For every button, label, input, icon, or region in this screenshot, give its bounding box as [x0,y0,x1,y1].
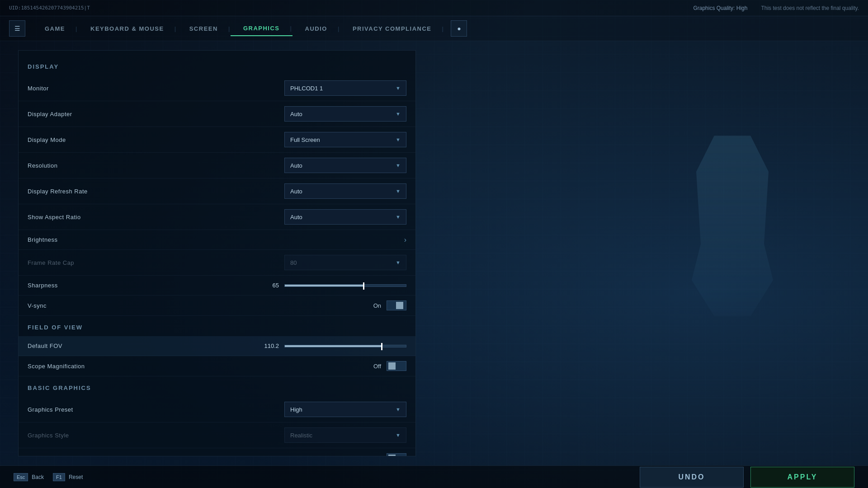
scope-magnification-toggle-knob [388,362,396,370]
refresh-rate-value: Auto ▼ [284,183,406,199]
vsync-label: V-sync [28,302,373,309]
refresh-rate-dropdown[interactable]: Auto ▼ [284,183,406,199]
resolution-value: Auto ▼ [284,158,406,173]
display-adapter-value: Auto ▼ [284,106,406,122]
back-button[interactable]: Esc Back [14,473,44,481]
aspect-ratio-dropdown-value: Auto [290,214,302,221]
tab-game[interactable]: GAME [32,22,78,36]
sharpness-fill [285,285,363,286]
default-fov-slider[interactable] [284,345,406,347]
setting-row-brightness[interactable]: Brightness › [19,230,415,250]
quality-notice: This test does not reflect the final qua… [761,5,859,11]
sharpness-slider[interactable] [284,284,406,287]
sharpness-value: 65 [261,282,279,289]
graphics-preset-label: Graphics Preset [28,406,284,413]
resolution-dropdown-arrow: ▼ [396,163,401,168]
settings-panel: DISPLAY Monitor PHLCOD1 1 ▼ Display Adap… [18,50,416,456]
back-button-label: Back [32,474,44,480]
sharpness-control: 65 [261,282,406,289]
brightness-label: Brightness [28,236,404,243]
section-display-header: DISPLAY [19,60,415,75]
resolution-dropdown[interactable]: Auto ▼ [284,158,406,173]
display-mode-label: Display Mode [28,136,284,143]
frame-rate-cap-label: Frame Rate Cap [28,259,284,266]
tab-privacy[interactable]: PRIVACY COMPLIANCE [340,22,444,36]
default-fov-label: Default FOV [28,343,256,349]
monitor-dropdown-value: PHLCOD1 1 [290,85,323,92]
scope-magnification-state-label: Off [373,363,381,370]
graphics-preset-dropdown[interactable]: High ▼ [284,402,406,417]
top-bar: UID:185145426207743904215|T Graphics Qua… [0,0,868,16]
setting-row-aspect-ratio: Show Aspect Ratio Auto ▼ [19,204,415,230]
scope-magnification-label: Scope Magnification [28,363,373,370]
setting-row-monitor: Monitor PHLCOD1 1 ▼ [19,75,415,101]
back-key-icon: Esc [14,473,28,481]
graphics-style-value: Realistic ▼ [284,427,406,443]
reset-key-icon: F1 [53,473,65,481]
setting-row-scope-magnification: Scope Magnification Off [19,356,415,376]
quality-label: Graphics Quality: High [693,5,747,11]
tab-graphics[interactable]: GRAPHICS [231,21,292,36]
aspect-ratio-value: Auto ▼ [284,209,406,225]
section-basic-graphics-header: BASIC GRAPHICS [19,381,415,397]
graphics-style-label: Graphics Style [28,432,284,439]
vsync-toggle-knob [396,302,403,309]
tab-audio[interactable]: AUDIO [292,22,340,36]
vsync-state-label: On [373,302,381,309]
weapon-motion-blur-toggle[interactable] [387,453,406,456]
graphics-style-dropdown-arrow: ▼ [396,432,401,438]
reset-button[interactable]: F1 Reset [53,473,83,481]
graphics-preset-dropdown-value: High [290,406,302,413]
setting-row-refresh-rate: Display Refresh Rate Auto ▼ [19,178,415,204]
weapon-motion-blur-toggle-knob [388,455,396,456]
brightness-chevron-icon: › [404,236,406,244]
display-mode-dropdown[interactable]: Full Screen ▼ [284,132,406,147]
resolution-dropdown-value: Auto [290,162,302,169]
nav-icon-right[interactable]: ● [451,20,467,37]
scope-magnification-toggle[interactable] [387,361,406,371]
uid-text: UID:185145426207743904215|T [9,5,90,11]
reset-button-label: Reset [69,474,83,480]
weapon-motion-blur-state-label: Off [373,455,381,457]
frame-rate-cap-dropdown: 80 ▼ [284,255,406,270]
refresh-rate-dropdown-arrow: ▼ [396,188,401,194]
display-mode-dropdown-value: Full Screen [290,136,320,143]
monitor-label: Monitor [28,85,284,92]
circle-icon: ● [457,25,461,32]
weapon-motion-blur-label: Weapon Motion Blur [28,455,373,457]
setting-row-default-fov: Default FOV 110.2 [19,336,415,356]
display-adapter-dropdown[interactable]: Auto ▼ [284,106,406,122]
setting-row-graphics-preset: Graphics Preset High ▼ [19,397,415,422]
apply-button[interactable]: APPLY [750,467,854,488]
default-fov-value: 110.2 [256,343,279,349]
setting-row-sharpness: Sharpness 65 [19,276,415,296]
setting-row-display-mode: Display Mode Full Screen ▼ [19,127,415,153]
monitor-dropdown[interactable]: PHLCOD1 1 ▼ [284,80,406,96]
sharpness-handle [363,282,364,290]
refresh-rate-dropdown-value: Auto [290,188,302,195]
setting-row-graphics-style: Graphics Style Realistic ▼ [19,422,415,448]
display-mode-value: Full Screen ▼ [284,132,406,147]
display-adapter-dropdown-value: Auto [290,111,302,117]
graphics-preset-dropdown-arrow: ▼ [396,407,401,412]
frame-rate-cap-dropdown-arrow: ▼ [396,260,401,265]
undo-button[interactable]: UNDO [640,467,744,488]
sharpness-label: Sharpness [28,282,261,289]
tab-keyboard[interactable]: KEYBOARD & MOUSE [78,22,177,36]
top-right-info: Graphics Quality: High This test does no… [693,5,859,11]
bottom-left-buttons: Esc Back F1 Reset [14,473,83,481]
graphics-preset-value: High ▼ [284,402,406,417]
frame-rate-cap-dropdown-value: 80 [290,259,297,266]
vsync-toggle[interactable] [387,300,406,310]
setting-row-weapon-motion-blur: Weapon Motion Blur Off [19,448,415,456]
display-adapter-label: Display Adapter [28,111,284,117]
graphics-style-dropdown-value: Realistic [290,432,312,439]
monitor-value: PHLCOD1 1 ▼ [284,80,406,96]
nav-icon-left[interactable]: ☰ [9,20,25,37]
default-fov-control: 110.2 [256,343,406,349]
setting-row-frame-rate-cap: Frame Rate Cap 80 ▼ [19,250,415,276]
frame-rate-cap-value: 80 ▼ [284,255,406,270]
tab-screen[interactable]: SCREEN [177,22,231,36]
aspect-ratio-label: Show Aspect Ratio [28,214,284,221]
aspect-ratio-dropdown[interactable]: Auto ▼ [284,209,406,225]
